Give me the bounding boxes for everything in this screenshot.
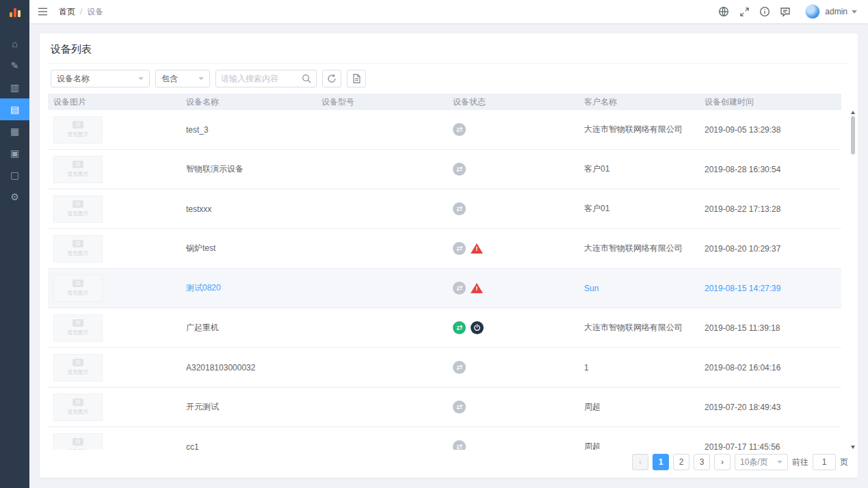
chevron-down-icon[interactable] <box>852 10 857 14</box>
page-button-3[interactable]: 3 <box>694 454 710 470</box>
layers-icon: ▥ <box>10 82 19 93</box>
customer-name-cell: Sun <box>579 284 699 293</box>
created-time-cell: 2019-08-15 11:39:18 <box>699 323 841 333</box>
info-icon[interactable] <box>754 3 775 21</box>
table-row[interactable]: 暂无图片A32018103000032⇄12019-08-02 16:04:16 <box>48 348 841 388</box>
goto-page-input[interactable] <box>813 454 836 470</box>
device-name: test_3 <box>186 125 209 135</box>
device-image-cell: 暂无图片 <box>48 433 181 450</box>
page-size-select[interactable]: 10条/页 <box>735 454 788 470</box>
no-image-text: 暂无图片 <box>68 368 89 375</box>
prev-page-button[interactable]: ‹ <box>632 454 648 470</box>
chevron-down-icon <box>777 461 782 463</box>
device-list-card: 设备列表 设备名称 包含 设备图片 设备名称 设备 <box>40 33 858 478</box>
device-image-cell: 暂无图片 <box>48 275 181 302</box>
no-image-text: 暂无图片 <box>68 249 89 256</box>
status-alarm-icon: ! <box>471 283 483 293</box>
status-offline-icon: ⇄ <box>453 401 466 414</box>
device-image-cell: 暂无图片 <box>48 195 181 223</box>
device-image-placeholder: 暂无图片 <box>53 235 103 262</box>
customer-name-cell: 大连市智物联网络有限公司 <box>579 243 699 254</box>
sidebar-item-form[interactable]: ▢ <box>0 164 29 186</box>
scrollbar-thumb[interactable] <box>851 116 855 154</box>
refresh-icon <box>327 74 337 83</box>
exclamation-glyph: ! <box>476 285 478 292</box>
message-icon[interactable] <box>775 3 795 21</box>
table-row[interactable]: 暂无图片开元测试⇄周超2019-07-20 18:49:43 <box>48 388 841 427</box>
fullscreen-icon[interactable] <box>734 3 754 21</box>
device-list-icon: ▤ <box>10 104 19 115</box>
device-status-cell: ⇄ <box>447 361 579 374</box>
exclamation-glyph: ! <box>476 245 478 252</box>
refresh-button[interactable] <box>322 70 341 87</box>
status-online-icon: ⇄ <box>453 321 466 334</box>
sidebar-item-home[interactable]: ⌂ <box>0 33 29 55</box>
device-name-cell: A32018103000032 <box>181 363 316 372</box>
table-row[interactable]: 暂无图片test_3⇄大连市智物联网络有限公司2019-09-05 13:29:… <box>48 110 841 150</box>
status-alarm-icon: ! <box>471 243 483 254</box>
no-image-text: 暂无图片 <box>68 328 89 336</box>
no-image-text: 暂无图片 <box>68 288 89 296</box>
device-name-cell: test_3 <box>181 125 316 135</box>
device-status-cell: ⇄ <box>447 202 579 215</box>
menu-fold-icon[interactable] <box>38 7 48 16</box>
main-content: 设备列表 设备名称 包含 设备图片 设备名称 设备 <box>29 23 868 488</box>
created-time: 2019-07-17 11:45:56 <box>705 442 780 450</box>
scroll-up-icon[interactable] <box>851 111 855 114</box>
chevron-down-icon <box>198 77 204 80</box>
device-name: 开元测试 <box>186 402 219 411</box>
app-logo[interactable] <box>0 0 29 23</box>
sidebar-item-settings[interactable]: ⚙ <box>0 186 29 208</box>
camera-icon <box>73 319 83 327</box>
search-operator-value: 包含 <box>161 73 178 85</box>
language-icon[interactable] <box>713 3 734 21</box>
topbar-right: admin <box>713 3 857 21</box>
customer-name: 大连市智物联网络有限公司 <box>584 243 683 253</box>
customer-name: 周超 <box>584 442 601 450</box>
customer-name-cell: 大连市智物联网络有限公司 <box>579 124 699 135</box>
created-time-cell: 2019-07-17 11:45:56 <box>699 442 841 450</box>
user-avatar[interactable] <box>805 4 820 19</box>
device-image-placeholder: 暂无图片 <box>53 433 103 450</box>
table-row[interactable]: 暂无图片testxxx⇄客户012019-08-22 17:13:28 <box>48 189 841 229</box>
sidebar: ⌂✎▥▤▦▣▢⚙ <box>0 0 29 488</box>
table-row[interactable]: 暂无图片智物联演示设备⇄客户012019-08-28 16:30:54 <box>48 150 841 189</box>
sidebar-item-compose[interactable]: ✎ <box>0 55 29 77</box>
device-image-cell: 暂无图片 <box>48 116 181 144</box>
next-page-button[interactable]: › <box>714 454 731 470</box>
page-button-2[interactable]: 2 <box>673 454 689 470</box>
created-time: 2019-08-20 10:29:37 <box>705 244 780 254</box>
customer-name-cell: 周超 <box>579 441 699 450</box>
page-title: 设备列表 <box>48 33 850 64</box>
search-icon[interactable] <box>302 74 311 83</box>
sidebar-item-calendar[interactable]: ▣ <box>0 142 29 164</box>
sidebar-item-layers[interactable]: ▥ <box>0 77 29 98</box>
sidebar-item-files[interactable]: ▦ <box>0 120 29 142</box>
device-name[interactable]: 测试0820 <box>186 283 221 293</box>
export-button[interactable] <box>347 70 366 87</box>
camera-lens <box>76 122 80 126</box>
status-offline-icon: ⇄ <box>453 361 466 374</box>
page-button-1[interactable]: 1 <box>653 454 669 470</box>
breadcrumb-home[interactable]: 首页 <box>59 6 75 18</box>
search-field-select[interactable]: 设备名称 <box>51 70 150 87</box>
device-image-cell: 暂无图片 <box>48 394 181 421</box>
logo-bar-icon <box>10 12 12 17</box>
camera-lens <box>76 360 80 364</box>
status-offline-icon: ⇄ <box>453 163 466 176</box>
device-name: 智物联演示设备 <box>186 164 244 174</box>
table-row[interactable]: 暂无图片cc1⇄周超2019-07-17 11:45:56 <box>48 427 841 450</box>
table-row[interactable]: 暂无图片锅炉test⇄!大连市智物联网络有限公司2019-08-20 10:29… <box>48 229 841 269</box>
goto-suffix: 页 <box>840 457 848 468</box>
sidebar-item-device-list[interactable]: ▤ <box>0 98 29 120</box>
device-status-cell: ⇄ <box>447 440 579 450</box>
search-input[interactable] <box>221 74 298 83</box>
device-name-cell: cc1 <box>181 442 316 450</box>
pagination: ‹ 123 › 10条/页 前往 页 <box>632 453 848 471</box>
scroll-down-icon[interactable] <box>851 446 855 449</box>
table-row[interactable]: 暂无图片测试0820⇄!Sun2019-08-15 14:27:39 <box>48 269 841 308</box>
user-name[interactable]: admin <box>825 7 847 16</box>
search-field-value: 设备名称 <box>57 73 90 85</box>
table-row[interactable]: 暂无图片广起重机⇄大连市智物联网络有限公司2019-08-15 11:39:18 <box>48 308 841 348</box>
search-operator-select[interactable]: 包含 <box>155 70 210 87</box>
